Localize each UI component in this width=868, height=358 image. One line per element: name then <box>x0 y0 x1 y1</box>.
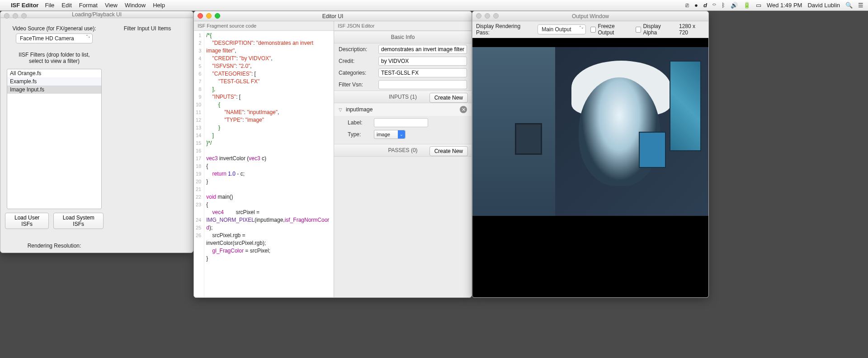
source-header: ISF Fragment source code <box>194 21 334 31</box>
menu-window[interactable]: Window <box>125 2 146 9</box>
input-name: inputImage <box>346 106 456 113</box>
input-label-input[interactable] <box>374 118 428 127</box>
delete-input-icon[interactable]: ✕ <box>460 106 467 113</box>
filter-file-list[interactable]: All Orange.fs Example.fs Image Input.fs <box>7 69 102 209</box>
filters-label: IISF Filters (drop folder to list, selec… <box>19 52 90 64</box>
list-item[interactable]: Example.fs <box>7 77 101 86</box>
window-title: Loading/Playback UI <box>72 11 122 18</box>
rendering-resolution-label: Rendering Resolution: <box>28 243 81 249</box>
categories-input[interactable] <box>378 68 467 77</box>
screen-record-icon[interactable]: ⎚ <box>685 2 689 9</box>
minimize-icon[interactable] <box>485 13 490 19</box>
description-input[interactable] <box>378 45 467 54</box>
menu-help[interactable]: Help <box>153 2 165 9</box>
load-system-isfs-button[interactable]: Load System ISFs <box>53 213 104 229</box>
bluetooth-icon[interactable]: ᛒ <box>722 2 725 9</box>
input-type-select[interactable]: image⌄ <box>374 130 406 139</box>
menu-edit[interactable]: Edit <box>61 2 71 9</box>
app-name[interactable]: ISF Editor <box>11 2 38 9</box>
credit-label: Credit: <box>339 58 375 64</box>
minimize-icon[interactable] <box>206 13 212 19</box>
volume-icon[interactable]: 🔊 <box>731 2 738 9</box>
json-header: ISF JSON Editor <box>334 21 472 31</box>
zoom-icon[interactable] <box>21 13 27 19</box>
minimize-icon[interactable] <box>13 13 18 19</box>
battery-icon[interactable]: 🔋 <box>743 2 750 9</box>
filter-vsn-label: Filter Vsn: <box>339 81 375 88</box>
video-source-select[interactable]: FaceTime HD Camera <box>16 33 93 43</box>
display-alpha-checkbox[interactable]: Display Alpha <box>636 23 675 36</box>
titlebar[interactable]: Loading/Playback UI <box>0 11 193 18</box>
passes-header: PASSES (0) Create New <box>334 144 472 157</box>
rendering-pass-label: Display Rendering Pass: <box>476 23 533 36</box>
menu-format[interactable]: Format <box>79 2 98 9</box>
output-preview <box>472 38 708 297</box>
zoom-icon[interactable] <box>493 13 499 19</box>
airplay-icon[interactable]: ▭ <box>756 2 761 9</box>
list-item-selected[interactable]: Image Input.fs <box>7 86 101 94</box>
wifi-icon[interactable]: ⌔ <box>712 2 716 9</box>
loading-playback-window: Loading/Playback UI Video Source (for FX… <box>0 11 193 253</box>
menubar-user[interactable]: David Lublin <box>807 2 840 9</box>
input-entry[interactable]: ▽ inputImage ✕ <box>334 103 472 116</box>
output-dimensions: 1280 x 720 <box>679 23 705 36</box>
basic-info-header: Basic Info <box>334 31 472 43</box>
chevron-down-icon: ⌄ <box>398 130 405 138</box>
close-icon[interactable] <box>4 13 9 19</box>
line-gutter: 1 2 3 4 5 6 7 8 9 10 11 12 13 14 15 16 1… <box>194 31 204 297</box>
menubar: ISF Editor File Edit Format View Window … <box>0 0 868 11</box>
rendering-pass-select[interactable]: Main Output <box>538 24 586 34</box>
input-label-label: Label: <box>348 119 370 126</box>
titlebar[interactable]: Editor UI <box>194 11 472 21</box>
notifications-icon[interactable]: ☰ <box>858 2 863 9</box>
close-icon[interactable] <box>198 13 203 19</box>
description-label: Description: <box>339 46 375 53</box>
inputs-header: INPUTS (1) Create New <box>334 91 472 103</box>
output-window: Output Window Display Rendering Pass: Ma… <box>472 11 709 298</box>
menu-view[interactable]: View <box>105 2 118 9</box>
video-source-label: Video Source (for FX/general use): <box>12 25 96 32</box>
zoom-icon[interactable] <box>215 13 220 19</box>
camera-icon[interactable]: ● <box>694 2 698 9</box>
spotlight-icon[interactable]: 🔍 <box>845 2 853 9</box>
close-icon[interactable] <box>476 13 481 19</box>
menubar-clock[interactable]: Wed 1:49 PM <box>767 2 802 9</box>
code-content[interactable]: /*{ "DESCRIPTION": "demonstrates an inve… <box>204 31 331 297</box>
video-output <box>472 47 708 216</box>
window-title: Output Window <box>572 13 609 19</box>
window-title: Editor UI <box>322 13 344 19</box>
editor-ui-window: Editor UI ISF Fragment source code 1 2 3… <box>193 11 472 298</box>
code-editor[interactable]: 1 2 3 4 5 6 7 8 9 10 11 12 13 14 15 16 1… <box>194 31 334 297</box>
categories-label: Categories: <box>339 70 375 76</box>
disclosure-icon[interactable]: ▽ <box>339 107 342 112</box>
titlebar[interactable]: Output Window <box>472 11 708 21</box>
d-tray-icon[interactable]: d <box>703 2 707 9</box>
list-item[interactable]: All Orange.fs <box>7 69 101 77</box>
filter-input-items-title: Filter Input UI Items <box>124 25 171 32</box>
input-type-label: Type: <box>348 131 370 138</box>
credit-input[interactable] <box>378 57 467 66</box>
menu-file[interactable]: File <box>45 2 54 9</box>
save-default-button[interactable]: Save Current as DEFAULT <box>110 253 184 253</box>
filter-vsn-input[interactable] <box>378 80 467 89</box>
freeze-output-checkbox[interactable]: Freeze Output <box>590 23 631 36</box>
load-user-isfs-button[interactable]: Load User ISFs <box>5 213 49 229</box>
create-new-pass-button[interactable]: Create New <box>429 146 468 156</box>
create-new-input-button[interactable]: Create New <box>429 93 468 103</box>
